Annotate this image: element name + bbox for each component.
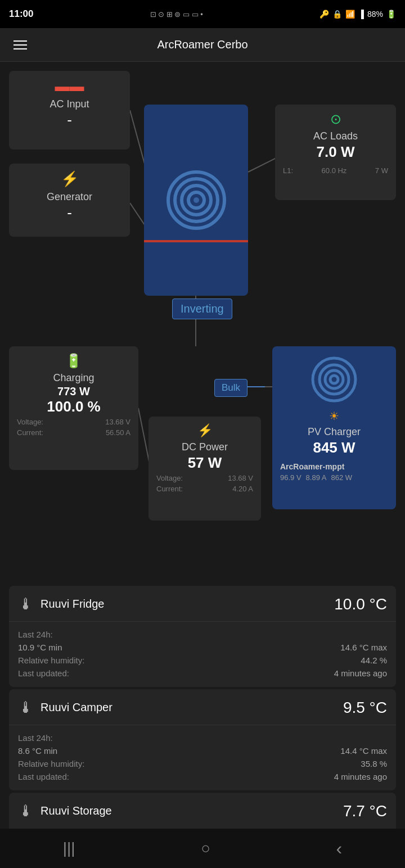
camper-humidity-val: 35.8 % [361,759,387,768]
thermometer-icon-fridge: 🌡 [18,595,34,613]
ac-loads-l1-w: 7 W [375,166,388,175]
sensor-fridge-divider [9,621,396,622]
fridge-24h-max: 14.6 °C max [340,643,387,652]
charging-current-val: 56.50 A [106,428,130,437]
battery-level: 88% [367,10,383,19]
status-time: 11:00 [9,8,33,20]
wifi-icon: 📶 [345,10,355,19]
camper-updated-label: Last updated: [18,772,69,781]
pv-mppt-stats: 96.9 V 8.89 A 862 W [280,473,388,482]
back-button[interactable]: ‹ [320,834,359,864]
camper-24h-max: 14.4 °C max [340,746,387,756]
sensor-storage-header: 🌡 Ruuvi Storage 7.7 °C [18,802,387,820]
charging-icon: 🔋 [17,353,130,369]
sensor-camper-24h: Last 24h: [18,733,201,743]
ac-loads-card[interactable]: ⊙ AC Loads 7.0 W L1: 60.0 Hz 7 W [275,105,396,200]
sensor-camper-name: Ruuvi Camper [40,701,112,714]
pv-charger-logo [303,354,365,405]
power-flow-section: ▬▬ AC Input - ⚡ Generator - [9,71,396,577]
pv-mppt-power: 862 W [331,473,352,482]
bottom-nav: ||| ○ ‹ [0,829,405,868]
sensor-fridge-name: Ruuvi Fridge [40,598,104,611]
ac-loads-title: AC Loads [283,130,388,142]
dc-current-label: Current: [156,485,183,493]
charging-current-label: Current: [17,428,43,437]
charging-title: Charging [17,372,130,384]
status-right: 🔑 🔒 📶 ▐ 88% 🔋 [320,10,396,19]
charging-power: 773 W [17,385,130,398]
signal-icon: ▐ [358,10,364,19]
inverting-badge: Inverting [172,299,232,319]
camper-24h-min: 8.6 °C min [18,746,57,756]
svg-point-7 [194,197,199,203]
key-icon: 🔑 [320,10,329,19]
sensor-storage-temp: 7.7 °C [343,802,387,820]
pv-mppt-name: ArcRoamer-mppt [280,462,388,471]
sensor-camper-header: 🌡 Ruuvi Camper 9.5 °C [18,698,387,717]
lock-icon: 🔒 [332,10,342,19]
ac-input-card[interactable]: ▬▬ AC Input - [9,71,130,150]
sensor-fridge-24h: Last 24h: [18,630,201,639]
charging-card[interactable]: 🔋 Charging 773 W 100.0 % Voltage: 13.68 … [9,346,138,470]
status-icons-text: ⊡ ⊙ ⊞ ⊚ ▭ ▭ • [150,10,203,19]
status-bar: 11:00 ⊡ ⊙ ⊞ ⊚ ▭ ▭ • 🔑 🔒 📶 ▐ 88% 🔋 [0,0,405,28]
ac-loads-l1: L1: 60.0 Hz 7 W [283,166,388,175]
nav-title: ArcRoamer Cerbo [157,38,248,51]
sensor-fridge-temp: 10.0 °C [334,595,387,613]
pv-mppt-current: 8.89 A [306,473,327,482]
ac-loads-value: 7.0 W [283,143,388,161]
charging-percent: 100.0 % [17,398,130,415]
fridge-24h-min: 10.9 °C min [18,643,62,652]
sensor-fridge-name-row: 🌡 Ruuvi Fridge [18,595,104,613]
ac-loads-icon: ⊙ [283,111,388,127]
ac-loads-l1-label: L1: [283,166,293,175]
pv-charger-card[interactable]: ☀ PV Charger 845 W ArcRoamer-mppt 96.9 V… [272,346,396,509]
dc-voltage-val: 13.68 V [228,474,253,482]
bulk-badge: Bulk [214,379,248,397]
generator-card[interactable]: ⚡ Generator - [9,164,130,237]
thermometer-icon-storage: 🌡 [18,802,34,820]
inverting-label: Inverting [181,302,224,315]
dc-power-icon: ⚡ [156,423,253,438]
sensor-camper-name-row: 🌡 Ruuvi Camper [18,698,112,717]
charging-voltage-val: 13.68 V [105,418,130,426]
dc-power-card[interactable]: ⚡ DC Power 57 W Voltage: 13.68 V Current… [148,417,261,521]
thermometer-icon-camper: 🌡 [18,698,34,717]
bulk-label: Bulk [222,382,240,393]
fridge-24h-label: Last 24h: [18,630,53,639]
inverter-display [144,105,248,296]
sensor-fridge-header: 🌡 Ruuvi Fridge 10.0 °C [18,595,387,613]
sensor-fridge-humidity-row: Relative humidity: 44.2 % [18,655,387,665]
home-button[interactable]: ○ [184,835,227,862]
pv-charger-sun-icon: ☀ [280,409,388,423]
generator-title: Generator [17,191,122,203]
dc-power-value: 57 W [156,454,253,472]
victron-logo [154,158,238,242]
main-content: ▬▬ AC Input - ⚡ Generator - [0,62,405,868]
charging-voltage-label: Voltage: [17,418,43,426]
sensor-fridge-card[interactable]: 🌡 Ruuvi Fridge 10.0 °C Last 24h: 10.9 °C… [9,586,396,687]
dc-power-title: DC Power [156,441,253,453]
dc-current-val: 4.20 A [232,485,253,493]
generator-value: - [17,204,122,221]
sensor-camper-humidity-row: Relative humidity: 35.8 % [18,759,387,768]
top-nav: ArcRoamer Cerbo [0,28,405,62]
sensor-storage-name: Ruuvi Storage [40,804,112,817]
flow-container: ▬▬ AC Input - ⚡ Generator - [9,71,396,577]
sensor-storage-name-row: 🌡 Ruuvi Storage [18,802,112,820]
sensor-section: 🌡 Ruuvi Fridge 10.0 °C Last 24h: 10.9 °C… [9,586,396,837]
sensor-fridge-updated-row: Last updated: 4 minutes ago [18,668,387,678]
sensor-fridge-details: Last 24h: 10.9 °C min 14.6 °C max Relati… [18,630,387,678]
sensor-camper-card[interactable]: 🌡 Ruuvi Camper 9.5 °C Last 24h: 8.6 °C m… [9,689,396,790]
camper-24h-label: Last 24h: [18,733,53,743]
ac-loads-l1-hz: 60.0 Hz [322,166,347,175]
sensor-camper-divider [9,725,396,725]
hamburger-button[interactable] [9,36,32,54]
fridge-updated-val: 4 minutes ago [334,668,387,678]
fridge-humidity-val: 44.2 % [361,655,387,665]
pv-charger-value: 845 W [280,439,388,456]
sensor-camper-updated-row: Last updated: 4 minutes ago [18,772,387,781]
dc-current-row: Current: 4.20 A [156,485,253,493]
recent-apps-button[interactable]: ||| [46,835,92,862]
status-icons: ⊡ ⊙ ⊞ ⊚ ▭ ▭ • [150,10,203,19]
